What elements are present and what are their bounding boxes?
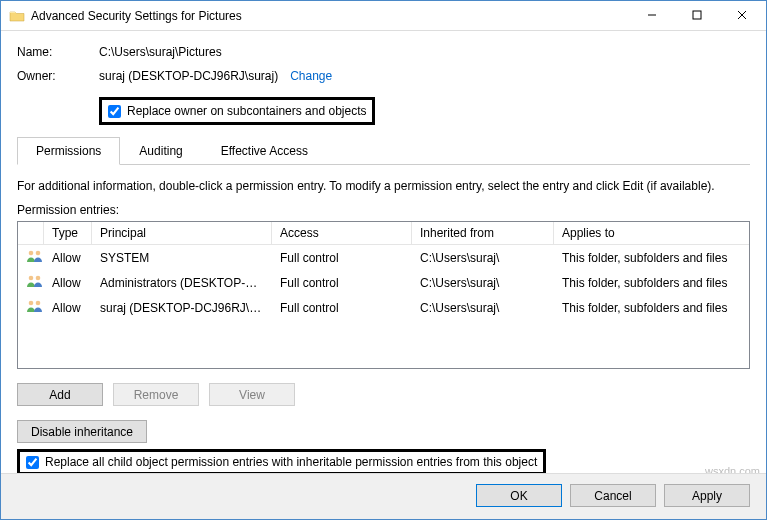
svg-point-5: [36, 251, 41, 256]
cell-inherited: C:\Users\suraj\: [412, 299, 554, 317]
cell-inherited: C:\Users\suraj\: [412, 249, 554, 267]
col-access[interactable]: Access: [272, 222, 412, 244]
owner-label: Owner:: [17, 69, 99, 83]
cell-inherited: C:\Users\suraj\: [412, 274, 554, 292]
permission-table[interactable]: Type Principal Access Inherited from App…: [17, 221, 750, 369]
cell-applies: This folder, subfolders and files: [554, 249, 749, 267]
cell-type: Allow: [44, 299, 92, 317]
cell-principal: SYSTEM: [92, 249, 272, 267]
table-row[interactable]: AllowAdministrators (DESKTOP-DC...Full c…: [18, 270, 749, 295]
user-icon: [18, 247, 44, 268]
owner-value: suraj (DESKTOP-DCJ96RJ\suraj): [99, 69, 278, 83]
cancel-button[interactable]: Cancel: [570, 484, 656, 507]
tab-effective-access[interactable]: Effective Access: [202, 137, 327, 164]
replace-owner-highlight: Replace owner on subcontainers and objec…: [99, 97, 375, 125]
cell-type: Allow: [44, 249, 92, 267]
tab-permissions[interactable]: Permissions: [17, 137, 120, 165]
change-owner-link[interactable]: Change: [290, 69, 332, 83]
window-controls: [629, 1, 764, 30]
replace-owner-label: Replace owner on subcontainers and objec…: [127, 104, 366, 118]
cell-applies: This folder, subfolders and files: [554, 299, 749, 317]
col-applies[interactable]: Applies to: [554, 222, 749, 244]
titlebar: Advanced Security Settings for Pictures: [1, 1, 766, 31]
cell-principal: Administrators (DESKTOP-DC...: [92, 274, 272, 292]
svg-point-8: [29, 301, 34, 306]
cell-access: Full control: [272, 249, 412, 267]
replace-child-label: Replace all child object permission entr…: [45, 455, 537, 469]
close-button[interactable]: [719, 1, 764, 29]
replace-owner-checkbox[interactable]: [108, 105, 121, 118]
tab-auditing[interactable]: Auditing: [120, 137, 201, 164]
cell-principal: suraj (DESKTOP-DCJ96RJ\suraj): [92, 299, 272, 317]
minimize-button[interactable]: [629, 1, 674, 29]
apply-button[interactable]: Apply: [664, 484, 750, 507]
dialog-footer: OK Cancel Apply: [1, 473, 766, 519]
table-header: Type Principal Access Inherited from App…: [18, 222, 749, 245]
svg-point-6: [29, 276, 34, 281]
col-principal[interactable]: Principal: [92, 222, 272, 244]
svg-rect-1: [693, 11, 701, 19]
window-title: Advanced Security Settings for Pictures: [31, 9, 629, 23]
cell-access: Full control: [272, 274, 412, 292]
cell-applies: This folder, subfolders and files: [554, 274, 749, 292]
name-row: Name: C:\Users\suraj\Pictures: [17, 45, 750, 59]
add-button[interactable]: Add: [17, 383, 103, 406]
col-inherited[interactable]: Inherited from: [412, 222, 554, 244]
remove-button: Remove: [113, 383, 199, 406]
ok-button[interactable]: OK: [476, 484, 562, 507]
cell-type: Allow: [44, 274, 92, 292]
table-row[interactable]: AllowSYSTEMFull controlC:\Users\suraj\Th…: [18, 245, 749, 270]
svg-point-4: [29, 251, 34, 256]
user-icon: [18, 272, 44, 293]
name-value: C:\Users\suraj\Pictures: [99, 45, 222, 59]
user-icon: [18, 297, 44, 318]
entry-buttons: Add Remove View: [17, 383, 750, 406]
tab-strip: Permissions Auditing Effective Access: [17, 137, 750, 165]
replace-child-checkbox[interactable]: [26, 456, 39, 469]
svg-point-7: [36, 276, 41, 281]
folder-icon: [9, 8, 25, 24]
security-settings-window: Advanced Security Settings for Pictures …: [0, 0, 767, 520]
col-icon[interactable]: [18, 222, 44, 244]
permission-entries-label: Permission entries:: [17, 203, 750, 217]
name-label: Name:: [17, 45, 99, 59]
view-button: View: [209, 383, 295, 406]
replace-child-highlight: Replace all child object permission entr…: [17, 449, 546, 475]
content-area: Name: C:\Users\suraj\Pictures Owner: sur…: [1, 31, 766, 493]
table-body: AllowSYSTEMFull controlC:\Users\suraj\Th…: [18, 245, 749, 320]
col-type[interactable]: Type: [44, 222, 92, 244]
svg-point-9: [36, 301, 41, 306]
cell-access: Full control: [272, 299, 412, 317]
owner-row: Owner: suraj (DESKTOP-DCJ96RJ\suraj) Cha…: [17, 69, 750, 83]
maximize-button[interactable]: [674, 1, 719, 29]
info-text: For additional information, double-click…: [17, 179, 750, 193]
table-row[interactable]: Allowsuraj (DESKTOP-DCJ96RJ\suraj)Full c…: [18, 295, 749, 320]
disable-inheritance-button[interactable]: Disable inheritance: [17, 420, 147, 443]
